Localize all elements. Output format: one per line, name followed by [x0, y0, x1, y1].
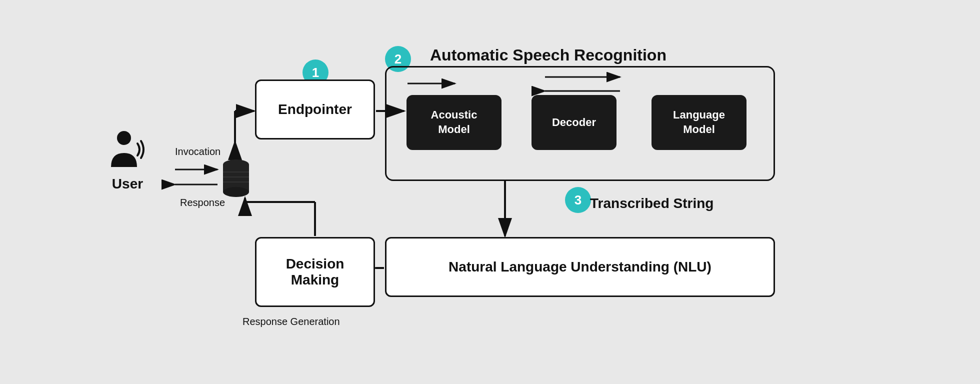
user-section: User	[105, 127, 150, 192]
user-icon	[105, 127, 150, 172]
endpointer-box: Endpointer	[255, 80, 375, 140]
nlu-label: Natural Language Understanding (NLU)	[448, 259, 712, 275]
user-label: User	[112, 176, 143, 192]
transcribed-string-label: Transcribed String	[590, 194, 714, 212]
speaker-icon	[220, 157, 252, 200]
decoder-box: Decoder	[532, 95, 616, 150]
decision-making-label: DecisionMaking	[286, 256, 344, 288]
nlu-box: Natural Language Understanding (NLU)	[385, 237, 775, 297]
language-model-box: LanguageModel	[652, 95, 746, 150]
invocation-label: Invocation	[175, 146, 220, 158]
badge-3: 3	[565, 187, 591, 213]
decoder-label: Decoder	[552, 116, 596, 130]
diagram-container: User Invocation Response 1 Endpoin	[0, 0, 980, 384]
response-generation-label: Response Generation	[242, 314, 340, 328]
decision-making-box: DecisionMaking	[255, 237, 375, 307]
asr-title: Automatic Speech Recognition	[430, 46, 666, 64]
asr-outer-box: AcousticModel Decoder LanguageModel	[385, 66, 775, 181]
diagram-inner: User Invocation Response 1 Endpoin	[90, 27, 890, 357]
svg-point-20	[223, 187, 249, 197]
endpointer-label: Endpointer	[278, 102, 352, 118]
language-model-label: LanguageModel	[673, 108, 725, 136]
speaker-section	[220, 157, 252, 200]
response-label: Response	[180, 197, 225, 208]
svg-point-17	[117, 131, 131, 145]
acoustic-model-box: AcousticModel	[406, 95, 502, 150]
acoustic-model-label: AcousticModel	[431, 108, 478, 136]
